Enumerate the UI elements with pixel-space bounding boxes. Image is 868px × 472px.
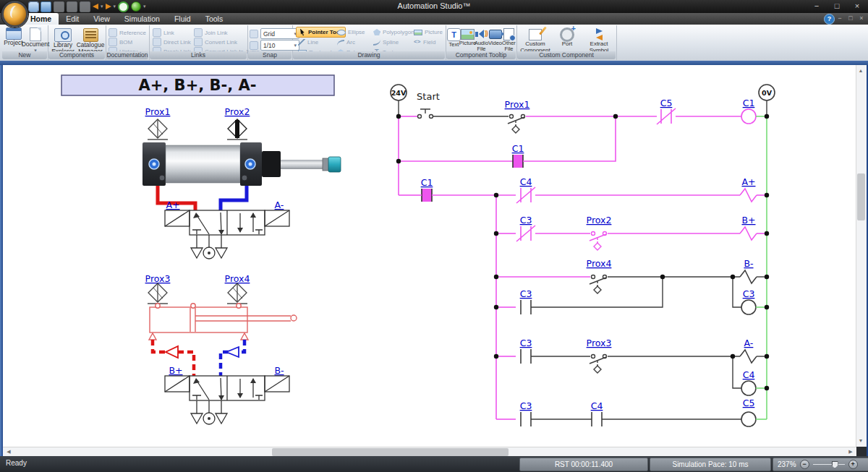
prox1-sensor[interactable]: Prox1: [145, 106, 171, 140]
a-plus-solenoid-output[interactable]: A+: [740, 176, 757, 202]
prox2-sensor[interactable]: Prox2: [225, 106, 250, 140]
c4-coil[interactable]: C4: [741, 369, 756, 395]
polypolygon-button[interactable]: Polypolygon: [373, 29, 414, 35]
maximize-icon[interactable]: □: [827, 1, 846, 12]
prox3-sensor[interactable]: Prox3: [145, 273, 171, 304]
cylinder-b[interactable]: [149, 304, 297, 340]
line-button[interactable]: Line: [298, 39, 318, 46]
c3-no-contact-branch[interactable]: C3: [520, 288, 532, 314]
bom-button[interactable]: BOM: [109, 38, 132, 46]
horizontal-scroll-thumb[interactable]: [272, 448, 509, 456]
ribbon-minimize-icon[interactable]: −: [835, 14, 845, 22]
c3-no-contact-r7[interactable]: C3: [520, 400, 532, 426]
rail-0v[interactable]: 0V: [759, 85, 775, 116]
zoom-slider[interactable]: [813, 464, 845, 465]
simulation-normal-icon[interactable]: [118, 1, 129, 12]
spline-button[interactable]: Spline: [373, 39, 399, 46]
zoom-out-icon[interactable]: −: [800, 460, 809, 469]
a-minus-solenoid-output[interactable]: A-: [740, 338, 757, 363]
c4-nc-contact[interactable]: C4: [516, 176, 535, 203]
vertical-scroll-thumb[interactable]: [857, 173, 865, 220]
prox3-contact[interactable]: Prox3: [587, 338, 612, 373]
svg-text:C1: C1: [421, 177, 433, 188]
cylinder-a[interactable]: [142, 142, 341, 186]
tab-fluid[interactable]: Fluid: [167, 13, 198, 25]
app-logo-icon[interactable]: [1, 1, 28, 27]
undo-icon[interactable]: [93, 4, 98, 9]
direct-link-button[interactable]: Direct Link: [153, 38, 191, 46]
c3-coil[interactable]: C3: [741, 288, 756, 314]
ellipse-button[interactable]: Ellipse: [337, 29, 365, 35]
save-icon[interactable]: [54, 1, 64, 12]
project-button[interactable]: Project: [4, 27, 23, 46]
new-project-icon[interactable]: [29, 2, 38, 12]
c1-coil[interactable]: C1: [741, 98, 756, 124]
tab-tools[interactable]: Tools: [198, 13, 231, 25]
scroll-right-icon[interactable]: ▶: [846, 447, 855, 456]
redo-dropdown-icon[interactable]: ▾: [114, 4, 116, 9]
picture-button[interactable]: Picture: [414, 29, 443, 35]
tab-view[interactable]: View: [86, 13, 117, 25]
link-button[interactable]: Link: [153, 28, 174, 37]
vertical-scrollbar[interactable]: ▲ ▼: [856, 65, 867, 447]
arc-button[interactable]: Arc: [337, 39, 355, 46]
zoom-slider-thumb[interactable]: [832, 461, 838, 468]
zoom-level: 237%: [778, 460, 796, 468]
simulation-run-icon[interactable]: [131, 1, 141, 12]
prox4-contact[interactable]: Prox4: [587, 258, 612, 293]
toolbar-options-icon[interactable]: ▾: [143, 4, 146, 9]
simulation-pace[interactable]: Simulation Pace: 10 ms: [650, 458, 771, 471]
valve-a[interactable]: A+ A-: [165, 199, 289, 259]
c3-nc-contact[interactable]: C3: [516, 215, 535, 241]
b-plus-solenoid-output[interactable]: B+: [740, 215, 757, 240]
prox2-contact[interactable]: Prox2: [587, 215, 612, 250]
port-button[interactable]: Port: [551, 28, 583, 48]
quick-access-toolbar: ▾ ▾ ▾: [29, 1, 146, 12]
save-all-icon[interactable]: [67, 1, 77, 12]
open-project-icon[interactable]: [41, 1, 51, 12]
undo-dropdown-icon[interactable]: ▾: [101, 4, 103, 9]
start-pushbutton[interactable]: Start: [417, 91, 440, 119]
c5-nc-contact[interactable]: C5: [657, 98, 676, 124]
field-icon: [414, 39, 421, 46]
custom-component-button[interactable]: Custom Component: [519, 28, 551, 54]
minimize-icon[interactable]: −: [807, 1, 826, 12]
redo-icon[interactable]: [106, 4, 111, 9]
valve-b[interactable]: B+ B-: [165, 365, 289, 424]
prox4-sensor[interactable]: Prox4: [225, 273, 250, 304]
ribbon-restore-icon[interactable]: □: [846, 14, 856, 22]
ribbon-close-icon[interactable]: ×: [856, 14, 867, 22]
b-minus-solenoid-output[interactable]: B-: [740, 258, 757, 283]
rail-24v[interactable]: 24V: [391, 85, 407, 116]
svg-text:Prox4: Prox4: [225, 273, 250, 284]
scroll-left-icon[interactable]: ◀: [4, 447, 13, 456]
scroll-down-icon[interactable]: ▼: [856, 437, 865, 445]
c5-coil[interactable]: C5: [741, 398, 756, 426]
tab-simulation[interactable]: Simulation: [117, 13, 167, 25]
help-icon[interactable]: ?: [824, 14, 835, 25]
tooltip-picture-button[interactable]: Picture: [461, 28, 475, 46]
document-button[interactable]: Document ▾: [25, 27, 46, 53]
reference-button[interactable]: Reference: [109, 28, 146, 37]
join-link-button[interactable]: Join Link: [194, 28, 228, 37]
horizontal-scrollbar[interactable]: ◀ ▶: [3, 447, 856, 457]
tab-home[interactable]: Home: [23, 13, 59, 25]
audio-file-button[interactable]: )) Audio File: [475, 28, 488, 53]
schematic-canvas[interactable]: A+, B+, B-, A- Prox1 Prox2: [3, 65, 856, 447]
close-icon[interactable]: ×: [848, 1, 867, 12]
c1-contact-r3[interactable]: C1: [421, 177, 433, 202]
sequence-title-box[interactable]: A+, B+, B-, A-: [61, 75, 334, 95]
convert-link-button[interactable]: Convert Link: [194, 38, 237, 46]
print-icon[interactable]: [80, 1, 90, 12]
group-links: Link Direct Link Break Link Join Link Co…: [149, 25, 248, 60]
other-file-button[interactable]: Other File: [502, 28, 516, 53]
field-button[interactable]: Field: [414, 39, 435, 46]
c3-no-contact-r6[interactable]: C3: [520, 338, 532, 364]
extract-symbol-button[interactable]: Extract Symbol: [583, 28, 615, 54]
c4-no-contact-r7[interactable]: C4: [591, 400, 603, 426]
zoom-in-icon[interactable]: +: [848, 460, 858, 469]
tab-edit[interactable]: Edit: [59, 13, 86, 25]
video-button[interactable]: Video: [488, 28, 502, 46]
c1-latch-contact[interactable]: C1: [512, 143, 524, 168]
scroll-up-icon[interactable]: ▲: [856, 66, 865, 75]
